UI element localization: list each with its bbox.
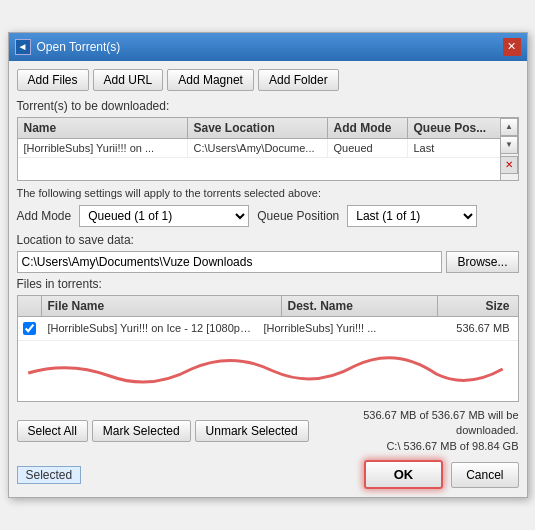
- browse-button[interactable]: Browse...: [446, 251, 518, 273]
- app-icon: ◄: [15, 39, 31, 55]
- toolbar: Add Files Add URL Add Magnet Add Folder: [17, 69, 519, 91]
- file-checkbox[interactable]: [23, 322, 36, 335]
- ok-button[interactable]: OK: [364, 460, 444, 489]
- title-bar-left: ◄ Open Torrent(s): [15, 39, 121, 55]
- location-label: Location to save data:: [17, 233, 519, 247]
- select-all-button[interactable]: Select All: [17, 420, 88, 442]
- download-info-line1: 536.67 MB of 536.67 MB will be downloade…: [313, 408, 519, 439]
- download-info: 536.67 MB of 536.67 MB will be downloade…: [313, 408, 519, 454]
- open-torrents-window: ◄ Open Torrent(s) ✕ Add Files Add URL Ad…: [8, 32, 528, 498]
- title-bar: ◄ Open Torrent(s) ✕: [9, 33, 527, 61]
- files-label: Files in torrents:: [17, 277, 519, 291]
- row-queue-pos: Last: [408, 139, 500, 157]
- queue-pos-select[interactable]: Last (1 of 1): [347, 205, 477, 227]
- scroll-up-button[interactable]: ▲: [500, 118, 518, 136]
- add-folder-button[interactable]: Add Folder: [258, 69, 339, 91]
- table-row[interactable]: [HorribleSubs] Yurii!!! on ... C:\Users\…: [18, 139, 500, 158]
- window-title: Open Torrent(s): [37, 40, 121, 54]
- scribble-area: [18, 341, 518, 401]
- scribble-svg: [18, 341, 518, 401]
- torrents-table: Name Save Location Add Mode Queue Pos...…: [17, 117, 519, 181]
- row-save-location: C:\Users\Amy\Docume...: [188, 139, 328, 157]
- footer-buttons: OK Cancel: [364, 460, 519, 489]
- settings-notice: The following settings will apply to the…: [17, 187, 519, 199]
- close-button[interactable]: ✕: [503, 38, 521, 56]
- location-row: Browse...: [17, 251, 519, 273]
- col-dest-name: Dest. Name: [282, 296, 438, 316]
- add-mode-row: Add Mode Queued (1 of 1) Queue Position …: [17, 205, 519, 227]
- download-info-line2: C:\ 536.67 MB of 98.84 GB: [313, 439, 519, 454]
- selected-badge: Selected: [17, 466, 82, 484]
- add-magnet-button[interactable]: Add Magnet: [167, 69, 254, 91]
- add-mode-select[interactable]: Queued (1 of 1): [79, 205, 249, 227]
- col-size: Size: [438, 296, 518, 316]
- file-row[interactable]: [HorribleSubs] Yuri!!! on Ice - 12 [1080…: [18, 317, 518, 341]
- row-add-mode: Queued: [328, 139, 408, 157]
- col-queue-pos: Queue Pos...: [408, 118, 500, 138]
- scroll-down-button[interactable]: ▼: [500, 136, 518, 154]
- delete-button[interactable]: ✕: [500, 156, 518, 174]
- file-dest-name: [HorribleSubs] Yuri!!! ...: [258, 320, 438, 336]
- file-size: 536.67 MB: [438, 320, 518, 336]
- add-files-button[interactable]: Add Files: [17, 69, 89, 91]
- col-file-name: File Name: [42, 296, 282, 316]
- file-checkbox-cell[interactable]: [18, 320, 42, 337]
- add-url-button[interactable]: Add URL: [93, 69, 164, 91]
- location-input[interactable]: [17, 251, 443, 273]
- col-name: Name: [18, 118, 188, 138]
- file-name: [HorribleSubs] Yuri!!! on Ice - 12 [1080…: [42, 320, 258, 336]
- row-name: [HorribleSubs] Yurii!!! on ...: [18, 139, 188, 157]
- col-add-mode: Add Mode: [328, 118, 408, 138]
- files-table: File Name Dest. Name Size [HorribleSubs]…: [17, 295, 519, 402]
- mark-selected-button[interactable]: Mark Selected: [92, 420, 191, 442]
- unmark-selected-button[interactable]: Unmark Selected: [195, 420, 309, 442]
- cancel-button[interactable]: Cancel: [451, 462, 518, 488]
- queue-pos-label: Queue Position: [257, 209, 339, 223]
- table-scrollbar: ▲ ▼ ✕: [500, 118, 518, 180]
- bottom-actions: Select All Mark Selected Unmark Selected…: [17, 408, 519, 454]
- add-mode-label: Add Mode: [17, 209, 72, 223]
- torrents-label: Torrent(s) to be downloaded:: [17, 99, 519, 113]
- col-save-location: Save Location: [188, 118, 328, 138]
